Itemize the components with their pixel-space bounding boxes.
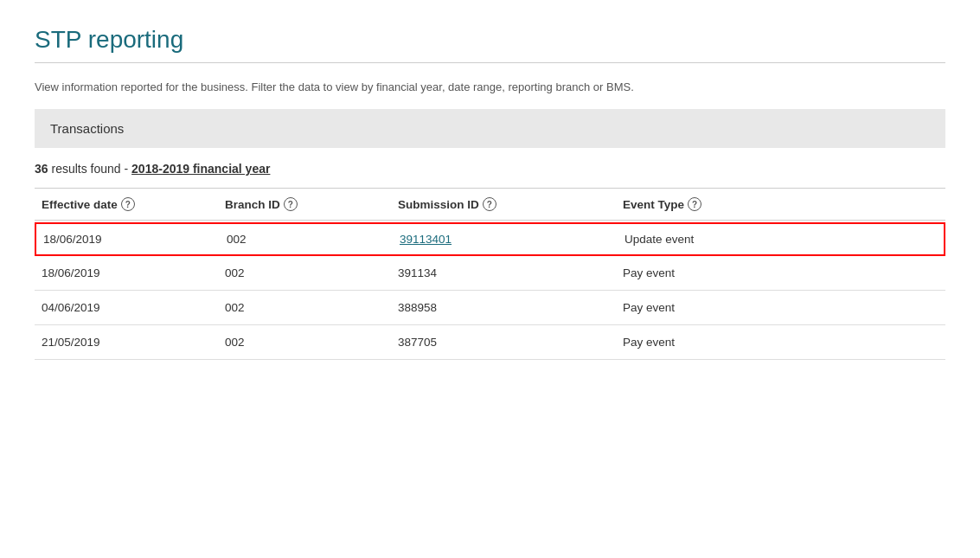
table-row: 21/05/2019002387705Pay event [35, 325, 945, 360]
cell-branch-id: 002 [225, 266, 398, 279]
cell-event-type: Update event [625, 233, 884, 246]
transactions-table: Effective date ? Branch ID ? Submission … [35, 188, 945, 360]
col-header-submission-id: Submission ID ? [398, 197, 623, 211]
financial-year: 2018-2019 financial year [131, 162, 270, 176]
col-header-branch-id: Branch ID ? [225, 197, 398, 211]
results-count: 36 [35, 162, 48, 176]
branch-id-help-icon[interactable]: ? [284, 197, 298, 211]
table-row: 18/06/201900239113401Update event [35, 222, 945, 256]
cell-effective-date: 18/06/2019 [35, 266, 225, 279]
submission-id-link[interactable]: 39113401 [400, 233, 452, 246]
table-row: 04/06/2019002388958Pay event [35, 291, 945, 325]
cell-effective-date: 04/06/2019 [35, 301, 225, 314]
section-header: Transactions [35, 109, 945, 148]
cell-branch-id: 002 [225, 301, 398, 314]
cell-branch-id: 002 [225, 336, 398, 349]
table-row: 18/06/2019002391134Pay event [35, 256, 945, 291]
cell-effective-date: 21/05/2019 [35, 336, 225, 349]
event-type-label: Event Type [623, 198, 684, 211]
cell-submission-id: 387705 [398, 336, 623, 349]
effective-date-help-icon[interactable]: ? [121, 197, 135, 211]
section-title: Transactions [50, 121, 124, 136]
page-description: View information reported for the busine… [35, 80, 945, 93]
cell-submission-id: 388958 [398, 301, 623, 314]
branch-id-label: Branch ID [225, 198, 280, 211]
cell-submission-id[interactable]: 39113401 [400, 233, 625, 246]
cell-branch-id: 002 [227, 233, 400, 246]
page-title: STP reporting [35, 26, 945, 54]
effective-date-label: Effective date [42, 198, 118, 211]
submission-id-label: Submission ID [398, 198, 479, 211]
table-header-row: Effective date ? Branch ID ? Submission … [35, 188, 945, 221]
cell-event-type: Pay event [623, 301, 882, 314]
event-type-help-icon[interactable]: ? [688, 197, 701, 211]
cell-effective-date: 18/06/2019 [36, 233, 227, 246]
cell-event-type: Pay event [623, 336, 882, 349]
submission-id-help-icon[interactable]: ? [483, 197, 496, 211]
results-label: results found - [51, 162, 128, 176]
table-body: 18/06/201900239113401Update event18/06/2… [35, 222, 945, 360]
col-header-effective-date: Effective date ? [35, 197, 225, 211]
cell-submission-id: 391134 [398, 266, 623, 279]
title-divider [35, 62, 945, 63]
results-summary: 36 results found - 2018-2019 financial y… [35, 162, 945, 176]
col-header-event-type: Event Type ? [623, 197, 882, 211]
cell-event-type: Pay event [623, 266, 882, 279]
